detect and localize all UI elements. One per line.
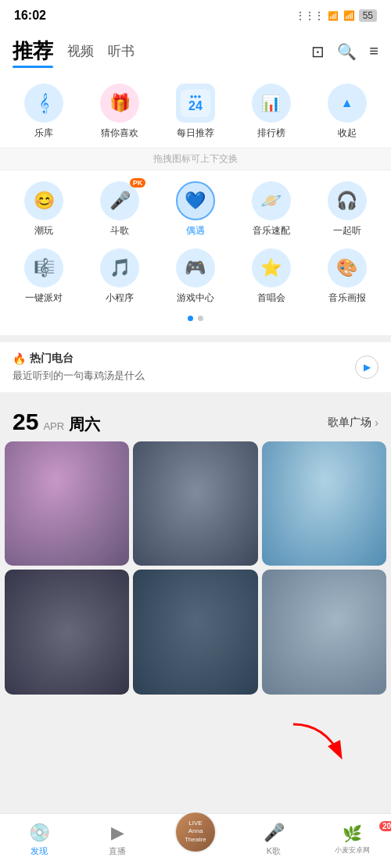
party-icon: 🎼 xyxy=(24,248,63,288)
battery-icon: 55 xyxy=(359,9,377,22)
quick-item-guess[interactable]: 🎁 猜你喜欢 xyxy=(93,84,146,140)
wifi-icon: 📶 xyxy=(343,10,355,21)
feature-item-concert[interactable]: ⭐ 首唱会 xyxy=(240,248,303,305)
daily-label: 每日推荐 xyxy=(177,127,214,140)
musicmag-label: 音乐画报 xyxy=(328,291,366,305)
feature-item-duge[interactable]: 🎤 PK 斗歌 xyxy=(88,181,151,238)
gamecenter-label: 游戏中心 xyxy=(177,291,214,305)
date-left: 25 APR 周六 xyxy=(13,410,100,435)
feature-row-1: 😊 潮玩 🎤 PK 斗歌 💙 偶遇 🪐 音乐速配 🎧 xyxy=(6,181,385,238)
chaowan-icon: 😊 xyxy=(24,181,63,220)
hot-play-button[interactable]: ▶ xyxy=(355,355,378,379)
menu-icon[interactable]: ≡ xyxy=(369,42,378,60)
karaoke-label: K歌 xyxy=(267,845,281,857)
chaowan-label: 潮玩 xyxy=(34,224,53,238)
more-badge: 20 xyxy=(379,821,391,831)
bluetooth-icon: ⋮⋮⋮ xyxy=(296,10,324,21)
daily-icon-circle: ●●● 24 xyxy=(176,84,215,123)
playlist-plaza-link[interactable]: 歌单广场 › xyxy=(328,416,378,430)
feature-item-musicmag[interactable]: 🎨 音乐画报 xyxy=(316,248,378,305)
listen-label: 一起听 xyxy=(333,224,361,238)
bottom-nav-discover[interactable]: 💿 发现 xyxy=(0,823,78,857)
playlist-item-6[interactable] xyxy=(262,570,386,694)
bottom-nav-more[interactable]: 🌿 20 小麦安卓网 xyxy=(313,824,391,855)
ranking-icon-circle: 📊 xyxy=(252,84,291,123)
playlist-item-3[interactable] xyxy=(262,441,386,566)
concert-icon: ⭐ xyxy=(252,248,291,288)
feature-item-listen[interactable]: 🎧 一起听 xyxy=(316,181,378,238)
collapse-icon: ▲ xyxy=(341,96,353,110)
date-row: 25 APR 周六 歌单广场 › xyxy=(0,399,391,441)
calendar-icon: ●●● 24 xyxy=(181,89,210,117)
listen-icon: 🎧 xyxy=(328,181,367,220)
musicmatch-icon: 🪐 xyxy=(252,181,291,220)
discover-icon: 💿 xyxy=(29,823,50,843)
feature-grid: 😊 潮玩 🎤 PK 斗歌 💙 偶遇 🪐 音乐速配 🎧 xyxy=(0,170,391,335)
hot-radio-label: 热门电台 xyxy=(30,352,74,366)
date-weekday: 周六 xyxy=(69,414,100,435)
quick-item-ranking[interactable]: 📊 排行榜 xyxy=(245,84,298,140)
discover-label: 发现 xyxy=(30,845,48,857)
playlist-item-1[interactable] xyxy=(5,441,129,566)
bottom-nav-live[interactable]: ▶ 直播 xyxy=(78,823,156,857)
playlist-image-grid xyxy=(0,441,391,699)
hot-radio-info: 🔥 热门电台 最近听到的一句毒鸡汤是什么 xyxy=(13,352,145,383)
quick-item-daily[interactable]: ●●● 24 每日推荐 xyxy=(169,84,222,140)
center-avatar-button[interactable]: LIVEAnnaTheatre xyxy=(174,811,217,853)
oujian-icon: 💙 xyxy=(176,181,215,220)
library-icon: 𝄞 xyxy=(39,93,49,113)
feature-item-gamecenter[interactable]: 🎮 游戏中心 xyxy=(164,248,227,305)
fire-icon: 🔥 xyxy=(13,352,26,365)
concert-label: 首唱会 xyxy=(257,291,285,305)
duge-icon: 🎤 PK xyxy=(100,181,139,220)
musicmatch-label: 音乐速配 xyxy=(253,224,290,238)
drag-hint: 拖拽图标可上下交换 xyxy=(0,148,391,170)
bottom-nav: 💿 发现 ▶ 直播 LIVEAnnaTheatre 🎤 K歌 🌿 20 小麦安卓… xyxy=(0,813,391,868)
duge-label: 斗歌 xyxy=(110,224,129,238)
nav-tab-recommend[interactable]: 推荐 xyxy=(13,38,53,65)
date-day: 25 xyxy=(13,410,38,434)
top-nav: 推荐 视频 听书 ⊡ 🔍 ≡ xyxy=(0,31,391,73)
feature-item-miniapp[interactable]: 🎵 小程序 xyxy=(88,248,151,305)
status-icons: ⋮⋮⋮ 📶 📶 55 xyxy=(296,9,377,22)
quick-item-library[interactable]: 𝄞 乐库 xyxy=(17,84,70,140)
feature-item-chaowan[interactable]: 😊 潮玩 xyxy=(13,181,75,238)
feature-item-musicmatch[interactable]: 🪐 音乐速配 xyxy=(240,181,303,238)
gamecenter-icon: 🎮 xyxy=(176,248,215,288)
musicmag-icon: 🎨 xyxy=(328,248,367,288)
feature-row-2: 🎼 一键派对 🎵 小程序 🎮 游戏中心 ⭐ 首唱会 🎨 音乐画 xyxy=(6,248,385,305)
chevron-right-icon: › xyxy=(375,416,378,429)
dot-2 xyxy=(198,316,203,321)
bottom-nav-center[interactable]: LIVEAnnaTheatre xyxy=(156,827,235,853)
guess-icon: 🎁 xyxy=(109,93,131,113)
collapse-icon-circle: ▲ xyxy=(328,84,367,123)
search-icon[interactable]: 🔍 xyxy=(337,42,357,61)
guess-label: 猜你喜欢 xyxy=(101,127,138,140)
feature-item-party[interactable]: 🎼 一键派对 xyxy=(13,248,75,305)
scan-icon[interactable]: ⊡ xyxy=(311,42,325,61)
playlist-plaza-label: 歌单广场 xyxy=(328,416,371,430)
hot-radio-banner[interactable]: 🔥 热门电台 最近听到的一句毒鸡汤是什么 ▶ xyxy=(0,341,391,393)
more-label: 小麦安卓网 xyxy=(335,845,370,855)
status-time: 16:02 xyxy=(14,9,46,23)
library-label: 乐库 xyxy=(34,127,53,140)
guess-icon-circle: 🎁 xyxy=(100,84,139,123)
ranking-label: 排行榜 xyxy=(257,127,285,140)
playlist-item-5[interactable] xyxy=(133,570,257,694)
live-icon: ▶ xyxy=(111,823,124,843)
playlist-item-4[interactable] xyxy=(5,570,129,694)
page-dots xyxy=(6,316,385,327)
bottom-nav-karaoke[interactable]: 🎤 K歌 xyxy=(235,823,313,857)
live-label: 直播 xyxy=(109,845,126,857)
nav-right-icons: ⊡ 🔍 ≡ xyxy=(311,42,378,61)
more-icon: 🌿 xyxy=(343,824,362,843)
feature-item-oujian[interactable]: 💙 偶遇 xyxy=(164,181,227,238)
quick-item-collapse[interactable]: ▲ 收起 xyxy=(321,84,374,140)
nav-tab-video[interactable]: 视频 xyxy=(67,42,94,60)
nav-tab-audiobook[interactable]: 听书 xyxy=(108,42,135,60)
pk-badge: PK xyxy=(130,178,146,188)
playlist-item-2[interactable] xyxy=(133,441,257,566)
party-label: 一键派对 xyxy=(25,291,63,305)
hot-radio-left: 🔥 热门电台 最近听到的一句毒鸡汤是什么 xyxy=(13,352,145,383)
miniapp-icon: 🎵 xyxy=(100,248,139,288)
